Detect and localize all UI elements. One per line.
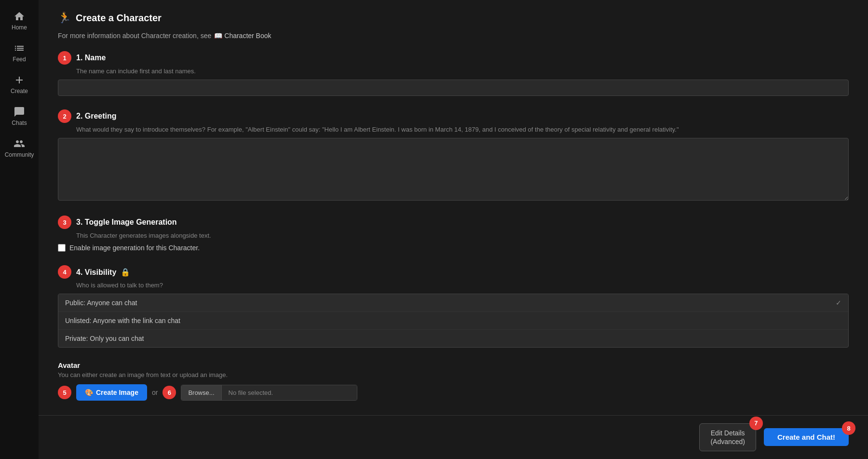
visibility-option-unlisted[interactable]: Unlisted: Anyone with the link can chat [58,312,848,330]
avatar-hint: You can either create an image from text… [58,371,849,378]
step2-badge: 2 [58,109,71,123]
plus-icon [14,74,25,86]
edit-details-button[interactable]: Edit Details (Advanced) [699,423,756,451]
avatar-controls: 5 🎨 Create Image or 6 Browse... No file … [58,384,849,401]
file-name-display: No file selected. [222,385,357,400]
step4-title: 4. Visibility 🔒 [76,268,130,277]
section-avatar: Avatar You can either create an image fr… [58,361,849,401]
sidebar-item-create[interactable]: Create [0,68,39,100]
create-image-label: Create Image [96,389,138,396]
step1-title: 1. Name [76,54,106,62]
step5-badge: 5 [58,386,71,399]
sidebar-create-label: Create [11,88,28,94]
step1-badge: 1 [58,51,71,65]
sidebar-item-community[interactable]: Community [0,132,39,164]
visibility-public-label: Public: Anyone can chat [65,299,137,307]
or-separator: or [152,389,158,396]
visibility-list: Public: Anyone can chat ✓ Unlisted: Anyo… [58,294,849,348]
image-generation-label[interactable]: Enable image generation for this Charact… [69,244,200,252]
character-book-link[interactable]: 📖 Character Book [214,32,271,40]
sidebar-item-chats[interactable]: Chats [0,100,39,132]
create-and-chat-button[interactable]: Create and Chat! [764,428,849,446]
page-title: Create a Character [76,13,162,24]
sidebar: Home Feed Create Chats Community [0,0,39,459]
home-icon [14,11,25,22]
step2-header: 2 2. Greeting [58,109,849,123]
action-bar: 7 Edit Details (Advanced) 8 Create and C… [39,415,868,459]
greeting-textarea[interactable] [58,138,849,201]
step8-badge: 8 [842,421,855,435]
step7-badge: 7 [749,417,763,430]
check-icon-public: ✓ [836,299,841,307]
file-input-wrapper: Browse... No file selected. [181,385,357,401]
info-text-label: For more information about Character cre… [58,32,211,40]
step1-header: 1 1. Name [58,51,849,65]
main-content: 🏃 Create a Character For more informatio… [39,0,868,459]
community-icon [14,138,25,149]
section-image-toggle: 3 3. Toggle Image Generation This Charac… [58,216,849,252]
character-run-icon: 🏃 [58,12,71,24]
lock-icon: 🔒 [121,268,130,276]
feed-icon [14,42,25,54]
browse-button[interactable]: Browse... [181,385,221,400]
avatar-title: Avatar [58,361,849,369]
sidebar-item-home[interactable]: Home [0,5,39,37]
section-name: 1 1. Name The name can include first and… [58,51,849,96]
chat-icon [14,106,25,118]
sidebar-community-label: Community [5,151,34,158]
visibility-option-public[interactable]: Public: Anyone can chat ✓ [58,294,848,312]
info-bar: For more information about Character cre… [58,32,849,40]
book-icon: 📖 [214,32,222,40]
step2-title: 2. Greeting [76,112,117,121]
sidebar-feed-label: Feed [13,56,26,63]
visibility-unlisted-label: Unlisted: Anyone with the link can chat [65,317,180,324]
step6-badge: 6 [163,386,176,399]
create-image-button[interactable]: 🎨 Create Image [76,384,147,401]
sidebar-item-feed[interactable]: Feed [0,37,39,68]
sidebar-home-label: Home [12,24,27,31]
visibility-private-label: Private: Only you can chat [65,335,144,342]
sidebar-chats-label: Chats [12,120,27,126]
visibility-option-private[interactable]: Private: Only you can chat [58,330,848,347]
name-input[interactable] [58,80,849,96]
step3-badge: 3 [58,216,71,229]
paint-icon: 🎨 [85,389,93,396]
step3-subtitle: This Character generates images alongsid… [58,232,849,239]
step1-hint: The name can include first and last name… [58,68,849,75]
page-header: 🏃 Create a Character [58,12,849,24]
section-visibility: 4 4. Visibility 🔒 Who is allowed to talk… [58,265,849,348]
step4-badge: 4 [58,265,71,279]
step4-hint: Who is allowed to talk to them? [58,282,849,289]
step3-title: 3. Toggle Image Generation [76,218,177,227]
image-generation-checkbox[interactable] [58,244,66,252]
character-book-label: Character Book [224,32,271,40]
step3-header: 3 3. Toggle Image Generation [58,216,849,229]
image-generation-row: Enable image generation for this Charact… [58,244,849,252]
step4-header: 4 4. Visibility 🔒 [58,265,849,279]
step2-hint: What would they say to introduce themsel… [58,126,849,133]
section-greeting: 2 2. Greeting What would they say to int… [58,109,849,202]
